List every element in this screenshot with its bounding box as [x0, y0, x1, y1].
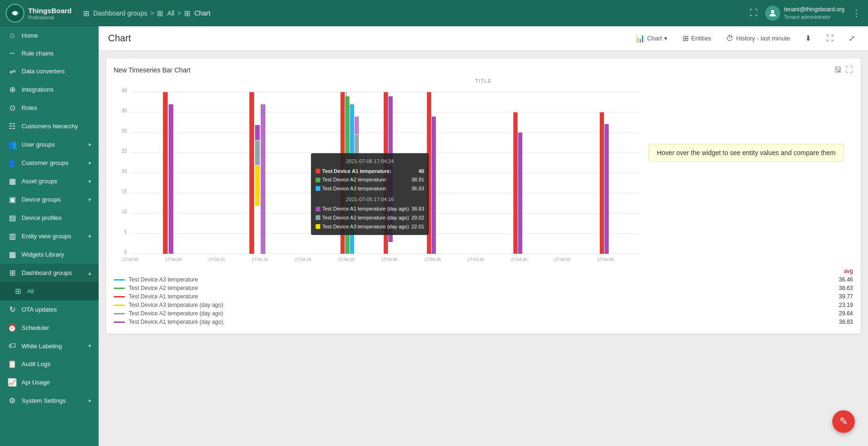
svg-text:17:04:30: 17:04:30 [381, 257, 397, 262]
topbar-more-button[interactable]: ⋮ [850, 6, 862, 20]
breadcrumb: ⊞ Dashboard groups > ⊞ All > ⊞ Chart [83, 9, 210, 18]
svg-text:17:04:00: 17:04:00 [122, 257, 138, 262]
x-axis: 17:04:00 17:04:05 17:04:10 17:04:15 17:0… [122, 257, 613, 262]
sidebar-item-integrations[interactable]: ⊕ Integrations [0, 80, 99, 99]
breadcrumb-icon-3: ⊞ [184, 9, 190, 18]
breadcrumb-item-2[interactable]: All [167, 9, 175, 17]
svg-text:40: 40 [122, 88, 127, 93]
legend-label-4: Test Device A2 temperature (day ago) [129, 310, 830, 317]
breadcrumb-item-3: Chart [194, 9, 210, 17]
sidebar-item-device-groups[interactable]: ▣ Device groups ▾ [0, 190, 99, 209]
entity-view-groups-chevron: ▾ [88, 233, 91, 240]
svg-point-2 [771, 10, 775, 13]
main-layout: ⌂ Home ↔ Rule chains ⇌ Data converters ⊕… [0, 26, 868, 446]
history-label: History - last minute [736, 35, 790, 42]
download-button[interactable]: ⬇ [801, 32, 815, 45]
topbar-right: ⛶ tenant@thingsboard.org Tenant administ… [748, 6, 862, 21]
sidebar-item-api-usage[interactable]: 📈 Api Usage [0, 373, 99, 391]
svg-point-1 [13, 11, 17, 15]
legend-label-3: Test Device A3 temperature (day ago) [129, 302, 830, 308]
svg-text:17:04:35: 17:04:35 [424, 257, 441, 262]
bar [169, 104, 173, 254]
fullscreen-button[interactable]: ⛶ [822, 32, 837, 45]
history-button[interactable]: ⏱ History - last minute [722, 32, 794, 45]
legend-color-3 [114, 305, 125, 306]
bar [350, 104, 354, 254]
legend-label-5: Test Device A1 temperature (day ago) [129, 319, 830, 325]
dashboard-groups-chevron: ▴ [88, 270, 91, 276]
svg-text:15: 15 [122, 189, 127, 194]
legend-val-3: 23.19 [834, 302, 853, 308]
sidebar-item-customer-groups[interactable]: 👤 Customer groups ▾ [0, 154, 99, 172]
customers-hierarchy-icon: ☷ [8, 122, 17, 131]
chart-title: TITLE [114, 78, 853, 84]
widget-expand-icon[interactable]: ⛶ [845, 66, 853, 74]
sidebar-item-dashboard-groups[interactable]: ⊞ Dashboard groups ▴ [0, 264, 99, 282]
download-icon: ⬇ [805, 34, 811, 43]
bar [341, 92, 345, 254]
asset-groups-chevron: ▾ [88, 178, 91, 185]
sidebar-item-customers-hierarchy[interactable]: ☷ Customers hierarchy [0, 117, 99, 135]
sidebar-sub-dashboard-groups: ⊞ All [0, 282, 99, 300]
legend-label-2: Test Device A1 temperature [129, 293, 830, 300]
sidebar-item-white-labeling[interactable]: 🏷 White Labeling ▾ [0, 337, 99, 355]
logo-sub: Professional [28, 15, 72, 20]
svg-text:17:04:45: 17:04:45 [511, 257, 527, 262]
sidebar-label-customer-groups: Customer groups [22, 159, 84, 166]
sidebar-item-roles[interactable]: ⊙ Roles [0, 99, 99, 117]
bar [427, 92, 431, 254]
sidebar-item-home[interactable]: ⌂ Home [0, 26, 99, 44]
sidebar-item-device-profiles[interactable]: ▤ Device profiles [0, 209, 99, 227]
scheduler-icon: ⏰ [8, 323, 17, 332]
sidebar-item-entity-view-groups[interactable]: ▥ Entity view groups ▾ [0, 227, 99, 245]
legend-val-4: 29.64 [834, 310, 853, 317]
sidebar-item-asset-groups[interactable]: ▦ Asset groups ▾ [0, 172, 99, 190]
sidebar-label-rule-chains: Rule chains [22, 50, 91, 57]
sidebar-item-ota-updates[interactable]: ↻ OTA updates [0, 300, 99, 319]
sidebar-label-roles: Roles [22, 104, 91, 111]
legend-color-2 [114, 296, 125, 297]
sidebar-item-widgets-library[interactable]: ▩ Widgets Library [0, 245, 99, 264]
sidebar-item-rule-chains[interactable]: ↔ Rule chains [0, 44, 99, 62]
legend-label-0: Test Device A3 temperature [129, 276, 830, 283]
breadcrumb-item-1[interactable]: Dashboard groups [93, 9, 147, 17]
customer-groups-icon: 👤 [8, 158, 17, 167]
expand-button[interactable]: ⤢ [845, 32, 859, 45]
fab-edit-button[interactable]: ✎ [832, 410, 855, 433]
page-title: Chart [108, 33, 131, 44]
bar [604, 124, 609, 254]
entities-button[interactable]: ⊞ Entities [679, 32, 715, 45]
bar [255, 125, 260, 140]
legend-label-1: Test Device A2 temperature [129, 285, 830, 291]
widgets-library-icon: ▩ [8, 250, 17, 259]
chart-action-button[interactable]: 📊 Chart ▾ [632, 32, 672, 45]
svg-text:17:04:25: 17:04:25 [338, 257, 354, 262]
legend-row-0: Test Device A3 temperature 36.46 [114, 275, 853, 284]
chart-wrap: TITLE 0 5 10 15 20 25 30 [114, 78, 853, 263]
widget-save-icon[interactable]: 🖫 [834, 66, 842, 74]
svg-text:35: 35 [122, 108, 127, 113]
widget-header: New Timeseries Bar Chart 🖫 ⛶ [114, 66, 853, 74]
integrations-icon: ⊕ [8, 85, 17, 94]
sidebar-item-system-settings[interactable]: ⚙ System Settings ▾ [0, 391, 99, 410]
chart-action-label: Chart [647, 35, 662, 42]
sidebar-label-widgets-library: Widgets Library [22, 251, 91, 258]
sidebar-label-dashboard-groups: Dashboard groups [22, 269, 84, 276]
data-converters-icon: ⇌ [8, 67, 17, 76]
topbar-fullscreen-button[interactable]: ⛶ [748, 7, 760, 20]
page-actions: 📊 Chart ▾ ⊞ Entities ⏱ History - last mi… [632, 32, 859, 45]
history-icon: ⏱ [726, 34, 734, 43]
expand-icon: ⤢ [849, 34, 855, 43]
sidebar-item-scheduler[interactable]: ⏰ Scheduler [0, 319, 99, 337]
sidebar-label-home: Home [22, 32, 91, 39]
sidebar-item-user-groups[interactable]: 👥 User groups ▾ [0, 135, 99, 154]
sidebar: ⌂ Home ↔ Rule chains ⇌ Data converters ⊕… [0, 26, 99, 446]
sidebar-item-data-converters[interactable]: ⇌ Data converters [0, 62, 99, 80]
sidebar-subitem-all[interactable]: ⊞ All [0, 282, 99, 300]
bar [255, 141, 260, 165]
sidebar-item-audit-logs[interactable]: 📋 Audit Logs [0, 355, 99, 373]
bar [432, 117, 436, 254]
bar [518, 133, 522, 254]
sidebar-label-system-settings: System Settings [22, 397, 84, 404]
sidebar-label-device-profiles: Device profiles [22, 214, 91, 221]
